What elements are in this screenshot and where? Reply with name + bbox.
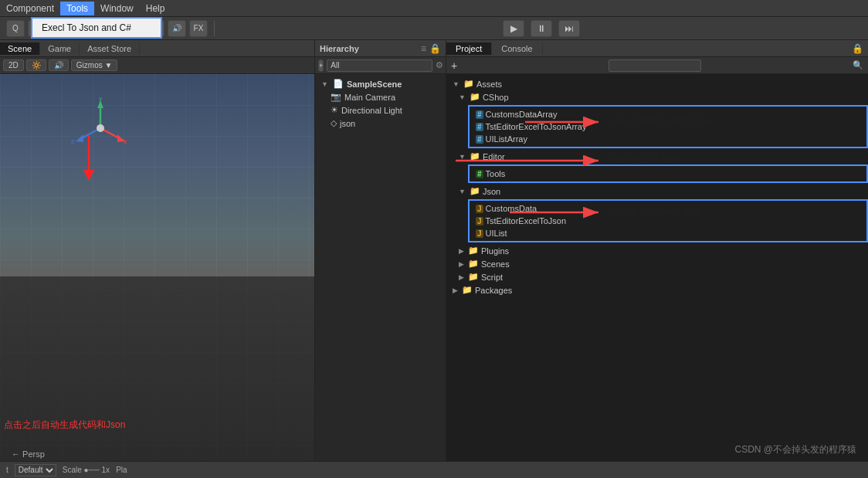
scene-tabs: Scene Game Asset Store bbox=[0, 40, 314, 57]
scene-label: SampleScene bbox=[347, 80, 402, 89]
tree-item-uilist[interactable]: J UIList bbox=[473, 227, 863, 239]
tree-item-cshop[interactable]: ▼ 📁 CShop bbox=[446, 90, 868, 103]
hierarchy-icons: ≡ 🔒 bbox=[421, 43, 441, 54]
svg-text:x: x bbox=[124, 137, 127, 145]
transform-btn[interactable]: Q bbox=[6, 20, 25, 37]
menu-window[interactable]: Window bbox=[94, 2, 140, 15]
scenes-folder-icon: 📁 bbox=[468, 259, 479, 269]
tree-item-tools[interactable]: # Tools bbox=[473, 168, 863, 180]
scenes-expand: ▶ bbox=[459, 260, 464, 268]
tree-item-editor[interactable]: ▼ 📁 Editor bbox=[446, 150, 868, 163]
hierarchy-item-json[interactable]: ◇ json bbox=[315, 117, 446, 130]
camera-icon: 📷 bbox=[331, 92, 341, 102]
light-icon: ☀ bbox=[331, 105, 338, 115]
scene-gizmos-btn[interactable]: Gizmos ▼ bbox=[71, 59, 118, 71]
hierarchy-add-btn[interactable]: + bbox=[318, 59, 324, 72]
customsdataarray-label: CustomsDataArray bbox=[486, 110, 558, 119]
svg-point-6 bbox=[97, 124, 104, 132]
tree-item-json-folder[interactable]: ▼ 📁 Json bbox=[446, 185, 868, 198]
json-folder-label: Json bbox=[483, 187, 500, 196]
dropdown-item-execl[interactable]: Execl To Json and C# bbox=[32, 19, 161, 37]
persp-label: ← Persp bbox=[12, 449, 45, 459]
assets-expand: ▼ bbox=[453, 80, 459, 88]
menu-component[interactable]: Component bbox=[0, 2, 60, 15]
scene-fx-btn[interactable]: 🔊 bbox=[49, 59, 69, 71]
script-folder-icon: 📁 bbox=[468, 272, 479, 282]
cs-green-icon-1: # bbox=[476, 170, 483, 178]
hierarchy-icon-list: ≡ bbox=[421, 43, 426, 54]
dirlight-label: Directional Light bbox=[341, 106, 402, 115]
gizmo-svg: x y z bbox=[70, 97, 131, 159]
tree-item-tstexceltojson[interactable]: J TstEditorExcelToJson bbox=[473, 215, 863, 227]
tab-asset-store[interactable]: Asset Store bbox=[80, 42, 140, 55]
ground-bg bbox=[0, 276, 314, 479]
hierarchy-title: Hierarchy bbox=[320, 44, 359, 53]
pause-button[interactable]: ⏸ bbox=[531, 20, 552, 37]
status-transform: t bbox=[6, 466, 8, 474]
right-section: Hierarchy ≡ 🔒 + ⚙ ▼ 📄 SampleScene bbox=[315, 40, 868, 478]
tstexceltojson-label: TstEditorExcelToJson bbox=[486, 216, 567, 225]
plugins-expand: ▶ bbox=[459, 247, 464, 255]
scene-view[interactable]: x y z ← Persp 点击之后自动生成代码和Json bbox=[0, 74, 314, 478]
menu-tools[interactable]: Tools bbox=[60, 2, 94, 15]
plugins-label: Plugins bbox=[481, 246, 509, 256]
step-button[interactable]: ⏭ bbox=[558, 20, 580, 37]
hierarchy-filter-icon[interactable]: ⚙ bbox=[436, 60, 443, 70]
json-expand: ▼ bbox=[459, 188, 466, 195]
tree-item-customsdata[interactable]: J CustomsData bbox=[473, 202, 863, 215]
hierarchy-item-scene[interactable]: ▼ 📄 SampleScene bbox=[315, 77, 446, 90]
hierarchy-content: ▼ 📄 SampleScene 📷 Main Camera ☀ Directio… bbox=[315, 74, 446, 478]
hierarchy-item-dirlight[interactable]: ☀ Directional Light bbox=[315, 103, 446, 117]
json-highlight-group: J CustomsData J TstEditorExcelToJson J U… bbox=[468, 199, 868, 242]
cshop-highlight-group: # CustomsDataArray # TstEditorExcelToJso… bbox=[468, 105, 868, 148]
play-button[interactable]: ▶ bbox=[503, 20, 524, 37]
tree-item-assets[interactable]: ▼ 📁 Assets bbox=[446, 77, 868, 90]
editor-folder-icon: 📁 bbox=[470, 151, 480, 161]
project-add-btn[interactable]: + bbox=[451, 59, 457, 72]
scene-expand-arrow: ▼ bbox=[321, 80, 328, 88]
tools-label: Tools bbox=[486, 169, 506, 178]
scene-2d-btn[interactable]: 2D bbox=[3, 59, 24, 71]
cs-icon-3: # bbox=[476, 135, 483, 144]
editor-label: Editor bbox=[483, 152, 505, 161]
tree-item-scenes[interactable]: ▶ 📁 Scenes bbox=[446, 257, 868, 270]
tools-dropdown: Execl To Json and C# bbox=[31, 17, 162, 39]
plugins-folder-icon: 📁 bbox=[468, 246, 479, 256]
scene-light-btn[interactable]: 🔆 bbox=[26, 59, 46, 71]
separator-2 bbox=[214, 21, 215, 36]
project-tabs: Project Console 🔒 bbox=[446, 40, 868, 57]
svg-text:y: y bbox=[99, 97, 103, 102]
tree-item-packages[interactable]: ▶ 📁 Packages bbox=[446, 283, 868, 297]
audio-btn[interactable]: 🔊 bbox=[168, 20, 186, 37]
tree-item-plugins[interactable]: ▶ 📁 Plugins bbox=[446, 244, 868, 257]
tab-game[interactable]: Game bbox=[40, 42, 80, 55]
hierarchy-search[interactable] bbox=[327, 59, 432, 72]
uilistarray-label: UIListArray bbox=[486, 134, 527, 144]
playback-controls: ▶ ⏸ ⏭ bbox=[221, 20, 862, 37]
tree-item-script[interactable]: ▶ 📁 Script bbox=[446, 270, 868, 283]
tree-item-customsdataarray[interactable]: # CustomsDataArray bbox=[473, 108, 863, 120]
packages-label: Packages bbox=[475, 286, 512, 295]
project-lock-icon: 🔒 bbox=[847, 42, 868, 56]
menu-help[interactable]: Help bbox=[140, 2, 171, 15]
hierarchy-icon-lock: 🔒 bbox=[429, 43, 441, 54]
svg-marker-5 bbox=[76, 134, 83, 142]
tab-scene[interactable]: Scene bbox=[0, 42, 40, 55]
project-tree: ▼ 📁 Assets ▼ 📁 CShop bbox=[446, 74, 868, 478]
json-icon-1: J bbox=[476, 205, 483, 213]
project-toolbar: + 🔍 bbox=[446, 57, 868, 74]
top-section: Hierarchy ≡ 🔒 + ⚙ ▼ 📄 SampleScene bbox=[315, 40, 868, 478]
svg-text:z: z bbox=[71, 137, 75, 145]
status-scale: Scale ●── 1x bbox=[63, 466, 110, 474]
project-search-input[interactable] bbox=[609, 59, 701, 72]
tree-item-tstexceltojsonarray[interactable]: # TstEditorExcelToJsonArray bbox=[473, 120, 863, 133]
tree-item-uilistarray[interactable]: # UIListArray bbox=[473, 133, 863, 145]
tab-project[interactable]: Project bbox=[446, 42, 492, 55]
status-layer-select[interactable]: Default bbox=[15, 464, 56, 476]
tab-console[interactable]: Console bbox=[492, 42, 542, 55]
packages-folder-icon: 📁 bbox=[462, 285, 473, 295]
hierarchy-item-maincamera[interactable]: 📷 Main Camera bbox=[315, 90, 446, 103]
fx-btn[interactable]: FX bbox=[189, 20, 208, 37]
json-object-icon: ◇ bbox=[331, 118, 337, 128]
customsdata-label: CustomsData bbox=[486, 204, 537, 213]
